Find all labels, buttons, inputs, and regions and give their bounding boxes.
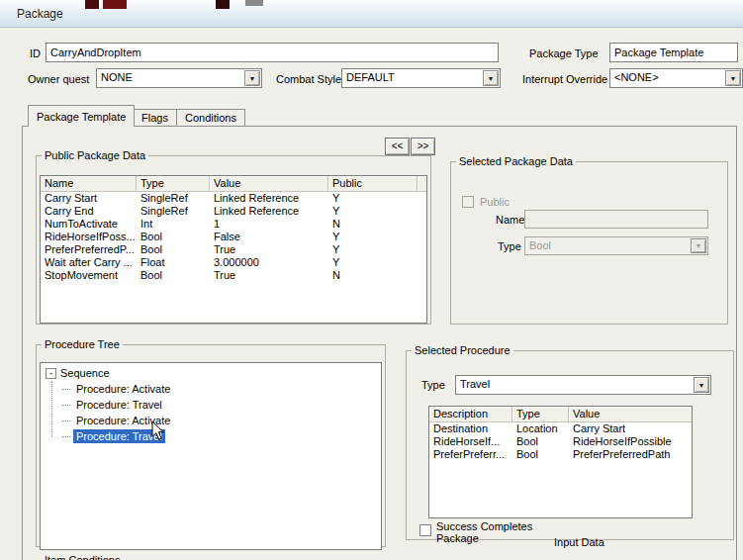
table-cell: True bbox=[210, 243, 328, 256]
tree-connector-line bbox=[51, 381, 52, 436]
table-cell: RideHorseIfPoss... bbox=[41, 231, 137, 243]
table-cell: False bbox=[210, 231, 328, 243]
table-cell: Carry Start bbox=[41, 192, 137, 205]
table-row[interactable]: Carry StartSingleRefLinked ReferenceY bbox=[41, 192, 426, 205]
background-window-fragment bbox=[103, 0, 127, 9]
table-cell: Y bbox=[328, 243, 418, 256]
table-cell: PreferPreferredPath bbox=[569, 448, 693, 461]
table-row[interactable]: PreferPreferredP...BoolTrueY bbox=[41, 243, 426, 256]
column-header[interactable]: Name bbox=[41, 176, 137, 192]
table-cell: N bbox=[328, 269, 418, 282]
table-cell: RideHorseIfPossible bbox=[569, 435, 693, 448]
column-header[interactable]: Value bbox=[569, 407, 693, 422]
tree-item[interactable]: Procedure: Travel bbox=[62, 428, 381, 444]
table-header: NameTypeValuePublic bbox=[41, 176, 426, 192]
table-row[interactable]: DestinationLocationCarry Start bbox=[429, 422, 692, 435]
package-type-field[interactable]: Package Template bbox=[609, 43, 738, 62]
procedure-tree-title: Procedure Tree bbox=[42, 338, 123, 350]
dropdown-arrow-icon: ▼ bbox=[691, 238, 706, 253]
tree-item[interactable]: Procedure: Activate bbox=[62, 413, 381, 428]
success-completes-package-label: Success Completes Package bbox=[436, 520, 535, 544]
collapse-icon[interactable]: - bbox=[46, 368, 56, 379]
table-cell: Carry Start bbox=[569, 422, 693, 435]
table-cell: Bool bbox=[512, 448, 569, 461]
tree-connector bbox=[62, 389, 70, 390]
next-page-button[interactable]: >> bbox=[411, 138, 435, 155]
table-row[interactable]: NumToActivateInt1N bbox=[41, 218, 426, 231]
public-package-data-table: NameTypeValuePublic Carry StartSingleRef… bbox=[40, 175, 427, 324]
table-cell: Wait after Carry ... bbox=[41, 256, 137, 269]
procedure-type-label: Type bbox=[421, 379, 445, 391]
background-window-fragment bbox=[216, 0, 230, 9]
table-cell: PreferPreferredP... bbox=[41, 243, 137, 256]
combat-style-value: DEFAULT bbox=[346, 71, 395, 83]
input-data-label: Input Data bbox=[554, 536, 604, 548]
column-header[interactable]: Value bbox=[210, 176, 328, 192]
procedure-tree: - Sequence Procedure: ActivateProcedure:… bbox=[40, 362, 382, 550]
procedure-type-select[interactable]: Travel ▼ bbox=[455, 375, 711, 395]
table-cell: NumToActivate bbox=[41, 218, 137, 231]
selected-procedure-title: Selected Procedure bbox=[412, 344, 513, 356]
table-cell: SingleRef bbox=[137, 205, 210, 218]
tab-conditions[interactable]: Conditions bbox=[176, 109, 245, 126]
type-select: Bool ▼ bbox=[524, 236, 708, 255]
interrupt-override-value: <NONE> bbox=[614, 71, 659, 83]
table-cell: Int bbox=[137, 218, 210, 231]
column-header[interactable]: Type bbox=[512, 407, 569, 422]
tree-item[interactable]: Procedure: Travel bbox=[62, 397, 381, 413]
interrupt-override-select[interactable]: <NONE> ▼ bbox=[609, 68, 743, 88]
dropdown-arrow-icon[interactable]: ▼ bbox=[694, 377, 709, 393]
table-row[interactable]: Wait after Carry ...Float3.000000Y bbox=[41, 256, 426, 269]
tab-flags[interactable]: Flags bbox=[133, 109, 177, 126]
tree-item-label: Procedure: Travel bbox=[73, 398, 165, 412]
table-cell: Bool bbox=[512, 435, 569, 448]
table-row[interactable]: StopMovementBoolTrueN bbox=[41, 269, 426, 282]
procedure-type-value: Travel bbox=[460, 378, 490, 390]
public-checkbox[interactable] bbox=[462, 196, 474, 208]
table-cell: True bbox=[210, 269, 328, 282]
tab-package-template[interactable]: Package Template bbox=[28, 105, 135, 127]
table-row[interactable]: RideHorseIf...BoolRideHorseIfPossible bbox=[429, 435, 692, 448]
table-cell: Bool bbox=[137, 269, 210, 282]
success-completes-package-checkbox[interactable] bbox=[419, 524, 431, 536]
table-cell: Bool bbox=[137, 243, 210, 256]
table-row[interactable]: Carry EndSingleRefLinked ReferenceY bbox=[41, 205, 426, 218]
column-header[interactable]: Type bbox=[137, 176, 210, 192]
table-cell: Y bbox=[328, 256, 418, 269]
name-field bbox=[524, 210, 708, 229]
table-cell: Carry End bbox=[41, 205, 137, 218]
table-header: DescriptionTypeValue bbox=[429, 407, 692, 422]
dropdown-arrow-icon[interactable]: ▼ bbox=[725, 70, 741, 86]
dropdown-arrow-icon[interactable]: ▼ bbox=[244, 70, 260, 86]
column-header[interactable]: Public bbox=[328, 176, 418, 192]
mouse-cursor-icon bbox=[151, 420, 165, 441]
owner-quest-select[interactable]: NONE ▼ bbox=[96, 68, 262, 88]
owner-quest-label: Owner quest bbox=[28, 73, 89, 85]
table-cell: 3.000000 bbox=[210, 256, 328, 269]
combat-style-select[interactable]: DEFAULT ▼ bbox=[341, 68, 501, 88]
table-cell: Location bbox=[512, 422, 569, 435]
selected-package-data-title: Selected Package Data bbox=[456, 155, 576, 167]
type-label: Type bbox=[498, 240, 521, 252]
table-cell: RideHorseIf... bbox=[429, 435, 512, 448]
tree-connector bbox=[62, 420, 70, 421]
id-input[interactable]: CarryAndDropItem bbox=[46, 43, 499, 62]
tree-item[interactable]: Procedure: Activate bbox=[62, 381, 381, 397]
column-header[interactable]: Description bbox=[429, 407, 512, 422]
type-value: Bool bbox=[529, 239, 551, 251]
table-row[interactable]: RideHorseIfPoss...BoolFalseY bbox=[41, 231, 426, 243]
table-row[interactable]: PreferPreferr...BoolPreferPreferredPath bbox=[429, 448, 692, 461]
interrupt-override-label: Interrupt Override bbox=[522, 73, 607, 85]
table-cell: Y bbox=[328, 192, 418, 205]
procedure-tree-group: Procedure Tree - Sequence Procedure: Act… bbox=[36, 338, 386, 547]
public-checkbox-label: Public bbox=[480, 196, 510, 208]
public-package-data-group: Public Package Data NameTypeValuePublic … bbox=[36, 149, 431, 325]
dropdown-arrow-icon[interactable]: ▼ bbox=[483, 70, 499, 86]
tree-root-item[interactable]: - Sequence bbox=[46, 365, 381, 381]
prev-page-button[interactable]: << bbox=[385, 138, 410, 155]
background-window-fragment bbox=[85, 0, 99, 9]
tree-connector bbox=[62, 436, 70, 437]
name-label: Name bbox=[496, 214, 524, 226]
selected-procedure-group: Selected Procedure Type Travel ▼ Descrip… bbox=[406, 344, 734, 540]
column-header-filler bbox=[418, 176, 426, 192]
